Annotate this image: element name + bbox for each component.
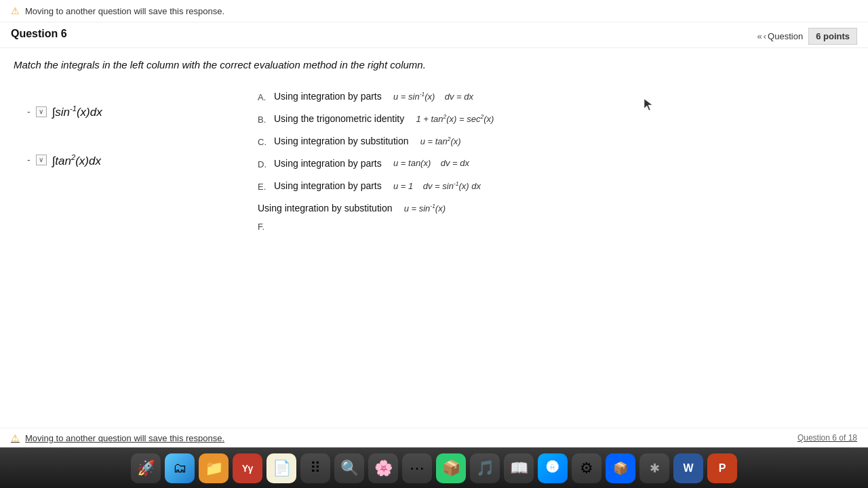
main-content: ⚠ Moving to another question will save t… (0, 0, 868, 447)
integral-2-expr: ∫tan2(x)dx (52, 153, 101, 168)
option-F-method: Using integration by substitution (258, 203, 392, 214)
option-C-label: C. (258, 136, 270, 147)
question-nav-label: Question (768, 31, 803, 41)
option-C-detail: u = tan2(x) (415, 136, 460, 146)
question-title: Question 6 (11, 28, 67, 40)
dock-bluetooth[interactable]: ✱ (639, 453, 669, 483)
option-D-method: Using integration by parts (274, 158, 382, 169)
integral-item-2: - ∨ ∫tan2(x)dx (14, 153, 231, 168)
dock-app1[interactable]: ⠿ (300, 453, 330, 483)
instructions-text: Match the integrals in the left column w… (14, 59, 854, 70)
option-B-label: B. (258, 113, 270, 125)
right-header: « ‹ Question 6 points (757, 28, 857, 45)
dropdown-1[interactable]: ∨ (36, 106, 47, 117)
matching-layout: - ∨ ∫sin-1(x)dx - ∨ ∫tan2(x)dx (14, 91, 854, 243)
top-warning-bar: ⚠ Moving to another question will save t… (0, 0, 868, 22)
option-A-detail: u = sin-1(x) dv = dx (389, 91, 473, 102)
left-arrow[interactable]: ‹ (764, 31, 766, 41)
option-E-method: Using integration by parts (274, 180, 382, 191)
question-progress: Question 6 of 18 (797, 433, 857, 443)
dock-dropbox[interactable]: 📦 (606, 453, 635, 483)
double-left-arrow[interactable]: « (757, 31, 762, 41)
dash-1: - (27, 106, 31, 117)
option-E: E. Using integration by parts u = 1 dv =… (258, 180, 854, 192)
option-A-label: A. (258, 91, 270, 102)
dock: 🚀 🗂 📁 Υγ 📄 ⠿ 🔍 🌸 ⋯ 📦 🎵 📖 🅐 ⚙ 📦 ✱ W P (0, 447, 868, 488)
option-A: A. Using integration by parts u = sin-1(… (258, 91, 854, 102)
option-A-method: Using integration by parts (274, 91, 382, 102)
dock-more[interactable]: ⋯ (402, 453, 432, 483)
dock-books[interactable]: 📖 (504, 453, 534, 483)
dock-tt[interactable]: Υγ (233, 453, 262, 483)
question-body: Match the integrals in the left column w… (0, 48, 868, 428)
dock-powerpoint[interactable]: P (707, 453, 737, 483)
dock-photos[interactable]: 🌸 (368, 453, 398, 483)
dropdown-2[interactable]: ∨ (36, 155, 47, 165)
dock-files[interactable]: 📦 (436, 453, 466, 483)
dock-search[interactable]: 🔍 (334, 453, 364, 483)
option-F: Using integration by substitution u = si… (258, 203, 854, 232)
option-B-detail: 1 + tan2(x) = sec2(x) (411, 113, 494, 124)
bottom-warning-bar: ⚠ Moving to another question will save t… (0, 428, 868, 447)
option-B: B. Using the trigonometric identity 1 + … (258, 113, 854, 125)
option-D: D. Using integration by parts u = tan(x)… (258, 158, 854, 169)
integral-1-expr: ∫sin-1(x)dx (52, 104, 102, 119)
bottom-warning-icon: ⚠ (11, 432, 20, 443)
points-badge: 6 points (808, 28, 857, 45)
option-C: C. Using integration by substitution u =… (258, 136, 854, 147)
integral-item-1: - ∨ ∫sin-1(x)dx (14, 104, 231, 119)
option-D-label: D. (258, 158, 270, 169)
top-warning-text: Moving to another question will save thi… (25, 6, 224, 16)
option-D-detail: u = tan(x) dv = dx (389, 158, 469, 168)
bottom-warning-text: Moving to another question will save thi… (25, 433, 224, 443)
question-header: Question 6 « ‹ Question 6 points (0, 22, 868, 48)
warning-icon: ⚠ (11, 5, 20, 16)
dash-2: - (27, 155, 31, 165)
left-column: - ∨ ∫sin-1(x)dx - ∨ ∫tan2(x)dx (14, 91, 231, 243)
option-F-detail: u = sin-1(x) (399, 203, 446, 214)
dock-word[interactable]: W (673, 453, 703, 483)
option-F-label: F. (258, 220, 264, 232)
nav-arrows[interactable]: « ‹ Question (757, 31, 804, 41)
dock-finder[interactable]: 🗂 (165, 453, 195, 483)
dock-music[interactable]: 🎵 (470, 453, 500, 483)
dock-launchpad[interactable]: 🚀 (131, 453, 161, 483)
option-E-detail: u = 1 dv = sin-1(x) dx (389, 180, 481, 191)
right-column: A. Using integration by parts u = sin-1(… (258, 91, 854, 243)
option-E-label: E. (258, 180, 270, 192)
dock-folder[interactable]: 📁 (199, 453, 229, 483)
dock-notes[interactable]: 📄 (267, 453, 296, 483)
dock-settings[interactable]: ⚙ (572, 453, 601, 483)
dock-appstore[interactable]: 🅐 (538, 453, 568, 483)
option-B-method: Using the trigonometric identity (274, 113, 404, 124)
option-C-method: Using integration by substitution (274, 136, 408, 146)
